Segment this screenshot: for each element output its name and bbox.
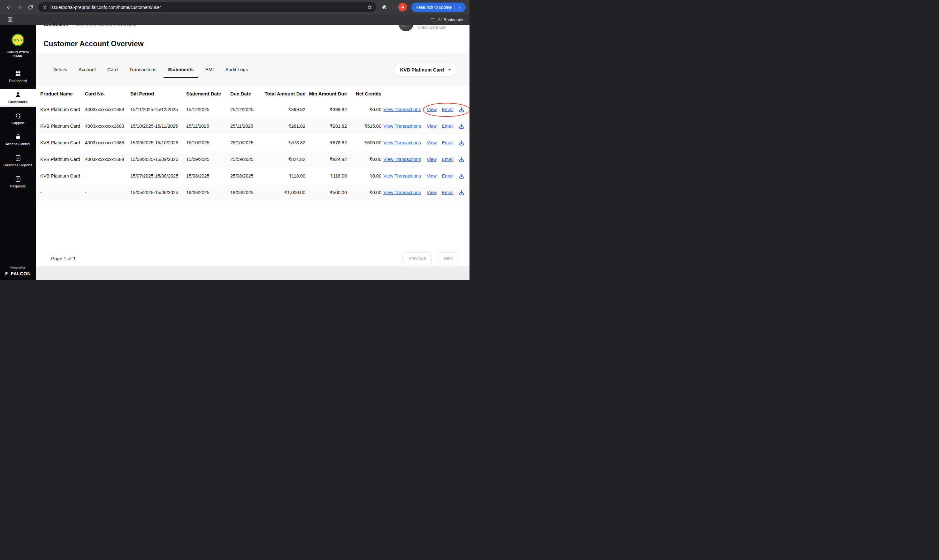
view-link[interactable]: View	[427, 140, 437, 145]
view-transactions-link[interactable]: View Transactions	[383, 107, 421, 112]
cell-product-name: KVB Platinum Card	[40, 123, 85, 129]
page-info: Page 1 of 1	[51, 256, 76, 261]
view-link[interactable]: View	[427, 190, 437, 195]
table-row: KVB Platinum Card4003xxxxxxxx168815/10/2…	[36, 118, 469, 134]
previous-button[interactable]: Previous	[402, 252, 432, 265]
tab-account[interactable]: Account	[74, 62, 100, 78]
forward-icon[interactable]	[15, 3, 24, 12]
cell-bill-period: 15/10/2025-15/11/2025	[130, 123, 186, 129]
page-title: Customer Account Overview	[43, 40, 469, 48]
cell-statement-date: 15/10/2025	[186, 140, 230, 145]
cell-net-credits: ₹0.00	[347, 190, 381, 195]
sidebar-item-requests[interactable]: Requests	[0, 173, 36, 191]
back-icon[interactable]	[4, 3, 14, 12]
cell-min-amount-due: ₹281.82	[305, 123, 347, 129]
row-actions: ViewEmail	[423, 151, 468, 168]
profile-avatar[interactable]: P	[398, 3, 407, 11]
cell-total-amount-due: ₹281.82	[261, 123, 305, 129]
view-link[interactable]: View	[427, 173, 437, 178]
download-icon[interactable]	[458, 140, 465, 146]
column-header-product-name: Product Name	[40, 91, 85, 97]
cell-bill-period: 15/11/2025-15/12/2025	[130, 107, 186, 112]
cell-total-amount-due: ₹824.82	[261, 157, 305, 162]
cell-due-date: 25/09/2025	[230, 157, 261, 162]
cell-total-amount-due: ₹1,000.00	[261, 190, 305, 195]
apps-grid-icon[interactable]	[5, 15, 15, 25]
sidebar-item-support[interactable]: Support	[0, 110, 36, 128]
cell-card-no: 4003xxxxxxxx1688	[85, 157, 130, 162]
customers-icon	[15, 91, 22, 98]
relaunch-button[interactable]: Relaunch to update ⋮	[411, 3, 466, 12]
download-icon[interactable]	[458, 123, 465, 129]
view-transactions-link[interactable]: View Transactions	[383, 173, 421, 178]
download-icon[interactable]	[458, 173, 465, 179]
toolbar-divider	[393, 4, 393, 10]
profile-initial: P	[401, 5, 404, 9]
email-link[interactable]: Email	[442, 140, 453, 145]
cell-statement-date: 15/12/2025	[186, 107, 230, 112]
view-transactions-link[interactable]: View Transactions	[383, 140, 421, 145]
sidebar-item-business-reports[interactable]: Business Reports	[0, 152, 36, 170]
cell-net-credits: ₹0.00	[347, 173, 381, 178]
bank-logo-text: KVB	[14, 38, 22, 42]
falcon-brand: FALCON	[5, 271, 31, 276]
dashboard-icon	[15, 70, 22, 77]
view-link[interactable]: View	[427, 157, 437, 162]
sidebar-item-customers[interactable]: Customers	[0, 89, 36, 107]
tab-statements[interactable]: Statements	[163, 62, 199, 78]
cell-due-date: 25/10/2025	[230, 140, 261, 145]
cell-min-amount-due: ₹399.82	[305, 107, 347, 112]
column-header-statement-date: Statement Date	[186, 91, 230, 97]
tab-audit-logs[interactable]: Audit Logs	[221, 62, 252, 78]
view-transactions-link[interactable]: View Transactions	[383, 123, 421, 129]
report-icon	[15, 154, 22, 161]
view-transactions-link[interactable]: View Transactions	[383, 157, 421, 162]
address-bar[interactable]: issuerportal-preprod.falconfs.com/home/c…	[38, 2, 376, 12]
sidebar-item-access-control[interactable]: Access Control	[0, 131, 36, 149]
cell-net-credits: ₹515.00	[347, 123, 381, 129]
download-icon[interactable]	[458, 106, 465, 113]
next-button[interactable]: Next	[437, 252, 459, 265]
reload-icon[interactable]	[26, 3, 35, 12]
cell-min-amount-due: ₹824.82	[305, 157, 347, 162]
tab-emi[interactable]: EMI	[201, 62, 219, 78]
extensions-icon[interactable]	[379, 3, 389, 12]
card-selector-dropdown[interactable]: KVB Platinum Card	[394, 63, 457, 76]
site-info-icon[interactable]	[42, 5, 48, 10]
column-header-card-no: Card No.	[85, 91, 130, 97]
falcon-brand-text: FALCON	[11, 271, 31, 276]
email-link[interactable]: Email	[442, 190, 453, 195]
row-actions: ViewEmail	[423, 168, 468, 184]
breadcrumb: Customers › Customer Account Overview	[43, 25, 136, 27]
cell-total-amount-due: ₹399.82	[261, 107, 305, 112]
tab-transactions[interactable]: Transactions	[125, 62, 161, 78]
email-link[interactable]: Email	[442, 173, 453, 178]
email-link[interactable]: Email	[442, 107, 453, 112]
email-link[interactable]: Email	[442, 123, 453, 129]
sidebar-item-dashboard[interactable]: Dashboard	[0, 68, 36, 86]
download-icon[interactable]	[458, 156, 465, 163]
sidebar-item-label: Access Control	[5, 142, 30, 146]
powered-by-block: Powered by FALCON	[5, 266, 31, 280]
kebab-menu-icon[interactable]: ⋮	[457, 5, 464, 9]
tab-details[interactable]: Details	[48, 62, 72, 78]
table-header: Product NameCard No.Bill PeriodStatement…	[36, 86, 469, 101]
headset-icon	[15, 112, 22, 119]
cell-total-amount-due: ₹118.00	[261, 173, 305, 178]
user-avatar[interactable]	[399, 25, 413, 31]
download-icon[interactable]	[458, 189, 465, 196]
column-header-due-date: Due Date	[230, 91, 261, 97]
view-transactions-link[interactable]: View Transactions	[383, 190, 421, 195]
view-link[interactable]: View	[427, 123, 437, 129]
bookmark-star-icon[interactable]	[367, 5, 373, 10]
all-bookmarks-label[interactable]: All Bookmarks	[438, 17, 464, 22]
column-header-min-amount-due: Min Amount Due	[305, 91, 347, 97]
tab-card[interactable]: Card	[103, 62, 122, 78]
sidebar-item-label: Support	[11, 121, 24, 125]
view-link[interactable]: View	[427, 107, 437, 112]
email-link[interactable]: Email	[442, 157, 453, 162]
breadcrumb-customers[interactable]: Customers	[43, 25, 68, 27]
lock-icon	[15, 134, 22, 140]
cell-min-amount-due: ₹500.00	[305, 190, 347, 195]
breadcrumb-page: Customer Account Overview	[76, 25, 136, 27]
